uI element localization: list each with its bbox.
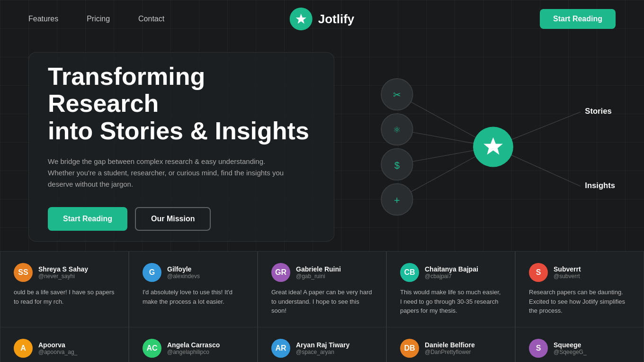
navbar: Features Pricing Contact Jotlify Start R… — [0, 0, 644, 38]
testimonial-handle: @cbajpai7 — [425, 273, 478, 280]
testimonial-text: ould be a life saver! I have so papers t… — [14, 288, 115, 306]
testimonial-header: DB Daniele Belfiore @DanPrettyflower — [400, 339, 501, 358]
avatar: AC — [143, 339, 161, 358]
avatar: CB — [400, 263, 419, 282]
avatar: S — [529, 339, 548, 358]
testimonial-handle: @apoorva_ag_ — [38, 349, 77, 355]
testimonial-header: G Gilfoyle @alexindevs — [143, 263, 244, 282]
testimonial-card: S Squeege @SqeegeG_ — [515, 327, 644, 362]
hero-buttons: Start Reading Our Mission — [48, 207, 310, 231]
testimonial-card: AC Angela Carrasco @angelaphilipco — [129, 327, 258, 362]
hero-diagram: ✂ ⚛ $ + Stories Insights — [353, 52, 616, 242]
testimonial-handle: @space_aryan — [296, 349, 349, 355]
testimonial-card: AR Aryan Raj Tiwary @space_aryan — [258, 327, 386, 362]
svg-text:✂: ✂ — [393, 90, 401, 100]
testimonial-text: Great idea! A paper can be very hard to … — [271, 288, 373, 316]
testimonial-text: This would make life so much easier, I n… — [400, 288, 501, 316]
nav-pricing[interactable]: Pricing — [87, 15, 110, 23]
avatar: AR — [271, 339, 290, 358]
testimonials-row-1: SS Shreya S Sahay @never_sayhi ould be a… — [0, 251, 644, 327]
testimonial-name: Aryan Raj Tiwary — [296, 341, 349, 349]
avatar: DB — [400, 339, 419, 358]
svg-text:$: $ — [394, 160, 400, 171]
testimonial-name: Angela Carrasco — [167, 341, 220, 349]
testimonial-header: AR Aryan Raj Tiwary @space_aryan — [271, 339, 373, 358]
testimonial-card: S Subverrt @subverrt Research papers can… — [515, 251, 644, 327]
testimonial-header: SS Shreya S Sahay @never_sayhi — [14, 263, 115, 282]
testimonial-name: Gilfoyle — [167, 265, 200, 273]
testimonial-meta: Apoorva @apoorva_ag_ — [38, 341, 77, 355]
testimonial-card: DB Daniele Belfiore @DanPrettyflower — [386, 327, 515, 362]
avatar: G — [143, 263, 161, 282]
testimonial-name: Daniele Belfiore — [425, 341, 475, 349]
testimonial-meta: Chaitanya Bajpai @cbajpai7 — [425, 265, 478, 280]
testimonial-header: S Squeege @SqeegeG_ — [529, 339, 630, 358]
nav-links: Features Pricing Contact — [28, 15, 164, 23]
testimonial-meta: Daniele Belfiore @DanPrettyflower — [425, 341, 475, 355]
testimonial-text: Research papers can be daunting. Excited… — [529, 288, 630, 316]
nav-contact[interactable]: Contact — [138, 15, 164, 23]
start-reading-button[interactable]: Start Reading — [48, 207, 127, 231]
testimonials-section-2: A Apoorva @apoorva_ag_ AC Angela Carrasc… — [0, 327, 644, 362]
testimonial-name: Shreya S Sahay — [38, 265, 88, 273]
hero-title: Transforming Research into Stories & Ins… — [48, 63, 310, 145]
avatar: SS — [14, 263, 33, 282]
testimonial-handle: @alexindevs — [167, 273, 200, 280]
hero-section: Transforming Research into Stories & Ins… — [0, 38, 644, 242]
testimonial-header: AC Angela Carrasco @angelaphilipco — [143, 339, 244, 358]
testimonial-handle: @never_sayhi — [38, 273, 88, 280]
our-mission-button[interactable]: Our Mission — [135, 207, 211, 231]
testimonials-row-2: A Apoorva @apoorva_ag_ AC Angela Carrasc… — [0, 327, 644, 362]
testimonial-card: G Gilfoyle @alexindevs I'd absolutely lo… — [129, 251, 258, 327]
testimonial-handle: @gab_ruini — [296, 273, 341, 280]
hero-subtitle: We bridge the gap between complex resear… — [48, 156, 285, 190]
logo: Jotlify — [290, 8, 355, 30]
testimonial-meta: Gabriele Ruini @gab_ruini — [296, 265, 341, 280]
testimonial-header: GR Gabriele Ruini @gab_ruini — [271, 263, 373, 282]
svg-text:Insights: Insights — [585, 181, 615, 190]
testimonial-name: Apoorva — [38, 341, 77, 349]
testimonial-meta: Squeege @SqeegeG_ — [554, 341, 587, 355]
svg-marker-0 — [296, 14, 306, 24]
testimonial-card: A Apoorva @apoorva_ag_ — [0, 327, 129, 362]
testimonial-card: SS Shreya S Sahay @never_sayhi ould be a… — [0, 251, 129, 327]
logo-icon — [290, 8, 313, 30]
svg-text:⚛: ⚛ — [393, 125, 401, 135]
testimonial-name: Gabriele Ruini — [296, 265, 341, 273]
avatar: A — [14, 339, 33, 358]
testimonial-name: Squeege — [554, 341, 587, 349]
testimonial-card: CB Chaitanya Bajpai @cbajpai7 This would… — [386, 251, 515, 327]
nav-features[interactable]: Features — [28, 15, 58, 23]
testimonials-section-1: SS Shreya S Sahay @never_sayhi ould be a… — [0, 251, 644, 327]
testimonial-name: Chaitanya Bajpai — [425, 265, 478, 273]
testimonial-handle: @DanPrettyflower — [425, 349, 475, 355]
testimonial-card: GR Gabriele Ruini @gab_ruini Great idea!… — [258, 251, 386, 327]
testimonial-header: A Apoorva @apoorva_ag_ — [14, 339, 115, 358]
testimonial-header: S Subverrt @subverrt — [529, 263, 630, 282]
testimonial-meta: Angela Carrasco @angelaphilipco — [167, 341, 220, 355]
logo-text: Jotlify — [318, 12, 355, 27]
testimonial-meta: Gilfoyle @alexindevs — [167, 265, 200, 280]
testimonial-handle: @subverrt — [554, 273, 581, 280]
testimonial-handle: @angelaphilipco — [167, 349, 220, 355]
nav-cta-button[interactable]: Start Reading — [540, 9, 616, 29]
svg-text:Stories: Stories — [585, 107, 611, 116]
hero-content: Transforming Research into Stories & Ins… — [28, 52, 334, 242]
testimonial-meta: Aryan Raj Tiwary @space_aryan — [296, 341, 349, 355]
testimonial-handle: @SqeegeG_ — [554, 349, 587, 355]
svg-text:+: + — [394, 194, 400, 206]
testimonial-header: CB Chaitanya Bajpai @cbajpai7 — [400, 263, 501, 282]
testimonial-meta: Shreya S Sahay @never_sayhi — [38, 265, 88, 280]
testimonial-text: I'd absolutely love to use this! It'd ma… — [143, 288, 244, 306]
avatar: GR — [271, 263, 290, 282]
testimonial-meta: Subverrt @subverrt — [554, 265, 581, 280]
avatar: S — [529, 263, 548, 282]
testimonial-name: Subverrt — [554, 265, 581, 273]
